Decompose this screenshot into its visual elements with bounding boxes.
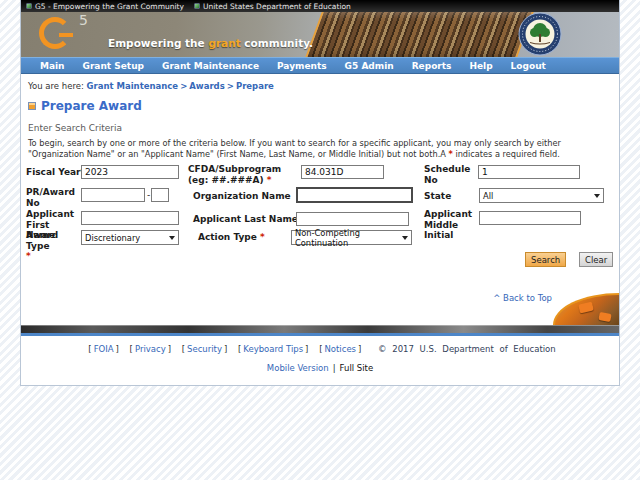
site-tagline: Empowering the grant community. <box>108 37 313 49</box>
nav-item-g5-admin[interactable]: G5 Admin <box>336 61 403 71</box>
chevron-down-icon <box>402 236 408 240</box>
organization-name-input[interactable] <box>296 187 413 203</box>
fiscal-year-input[interactable] <box>81 165 179 179</box>
required-asterisk: * <box>449 149 453 159</box>
schedule-no-label: Schedule No <box>424 164 472 185</box>
page-title: Prepare Award <box>41 99 142 113</box>
action-type-selected-value: Non-Competing Continuation <box>295 228 402 248</box>
state-label: State <box>424 191 472 201</box>
organization-name-label: Organization Name <box>193 191 303 201</box>
nav-item-grant-setup[interactable]: Grant Setup <box>74 61 153 71</box>
search-instructions: To begin, search by one or more of the c… <box>28 138 611 159</box>
chevron-down-icon <box>594 194 600 198</box>
cfda-subprogram-input[interactable] <box>301 165 384 179</box>
fiscal-year-label: Fiscal Year* <box>26 167 88 177</box>
nav-item-logout[interactable]: Logout <box>502 61 555 71</box>
footer-link-notices[interactable]: Notices <box>324 344 356 354</box>
applicant-last-name-label: Applicant Last Name <box>193 214 303 224</box>
footer-link-privacy[interactable]: Privacy <box>135 344 166 354</box>
nav-item-main[interactable]: Main <box>31 61 74 71</box>
tab-title: United States Department of Education <box>203 2 351 11</box>
browser-tab-g5[interactable]: G5 - Empowering the Grant Community <box>26 2 184 11</box>
state-selected-value: All <box>483 191 493 201</box>
prepare-award-icon <box>28 102 36 110</box>
pr-award-no-input[interactable] <box>81 188 145 202</box>
back-to-top-row: ^ Back to Top <box>21 293 619 303</box>
nav-item-reports[interactable]: Reports <box>403 61 461 71</box>
g5-logo-number: 5 <box>79 12 88 28</box>
search-button[interactable]: Search <box>525 252 566 267</box>
action-type-label: Action Type * <box>198 232 270 242</box>
award-type-select[interactable]: Discretionary <box>81 230 179 245</box>
breadcrumb: You are here: Grant Maintenance>Awards>P… <box>28 81 619 91</box>
department-of-education-seal <box>518 12 562 56</box>
copyright-text: © 2017 U.S. Department of Education <box>378 344 556 354</box>
nav-item-grant-maintenance[interactable]: Grant Maintenance <box>153 61 268 71</box>
page-footer: [FOIA] [Privacy] [Security] [Keyboard Ti… <box>21 344 619 373</box>
breadcrumb-awards[interactable]: Awards <box>189 81 225 91</box>
footer-divider-bar <box>21 325 619 333</box>
pr-award-no-label: PR/Award No <box>26 187 78 208</box>
applicant-last-name-input[interactable] <box>296 212 409 226</box>
footer-link-keyboard-tips[interactable]: Keyboard Tips <box>243 344 303 354</box>
search-criteria-form: Fiscal Year* CFDA/Subprogram (eg: ##.###… <box>21 164 619 270</box>
pr-award-dash: - <box>147 190 150 200</box>
footer-blue-line <box>21 333 619 336</box>
section-heading: Enter Search Criteria <box>28 123 619 133</box>
back-to-top-link[interactable]: ^ Back to Top <box>493 293 552 303</box>
tab-title: G5 - Empowering the Grant Community <box>35 2 184 11</box>
main-navigation: Main Grant Setup Grant Maintenance Payme… <box>21 57 619 74</box>
applicant-middle-initial-input[interactable] <box>479 211 581 225</box>
award-type-label: Award Type* <box>26 230 84 261</box>
bookshelf-image <box>303 12 535 57</box>
footer-link-foia[interactable]: FOIA <box>94 344 114 354</box>
breadcrumb-prefix: You are here: <box>28 81 84 91</box>
cfda-subprogram-label: CFDA/Subprogram (eg: ##.###A) * <box>188 164 300 185</box>
applicant-middle-initial-label: Applicant Middle Initial <box>424 209 474 240</box>
applicant-first-name-input[interactable] <box>81 211 179 225</box>
action-type-select[interactable]: Non-Competing Continuation <box>291 230 412 245</box>
footer-version-row: Mobile Version|Full Site <box>21 363 619 373</box>
desktop-background: { "window": { "tabs": [ { "label": "G5 -… <box>0 0 640 480</box>
footer-links-row: [FOIA] [Privacy] [Security] [Keyboard Ti… <box>21 344 619 354</box>
breadcrumb-grant-maintenance[interactable]: Grant Maintenance <box>87 81 179 91</box>
browser-tab-ed[interactable]: United States Department of Education <box>194 2 351 11</box>
schedule-no-input[interactable] <box>478 165 580 179</box>
award-type-selected-value: Discretionary <box>85 233 140 243</box>
g5-logo-bar <box>59 33 73 37</box>
nav-item-payments[interactable]: Payments <box>268 61 336 71</box>
mobile-version-link[interactable]: Mobile Version <box>267 363 329 373</box>
browser-titlebar: G5 - Empowering the Grant Community Unit… <box>21 0 619 12</box>
page-title-row: Prepare Award <box>28 99 619 113</box>
pr-award-no-suffix-input[interactable] <box>151 188 169 202</box>
site-banner: 5 Empowering the grant community. <box>21 12 619 57</box>
breadcrumb-prepare[interactable]: Prepare <box>236 81 274 91</box>
g5-favicon <box>26 3 32 9</box>
browser-window: G5 - Empowering the Grant Community Unit… <box>20 0 620 386</box>
nav-item-help[interactable]: Help <box>460 61 501 71</box>
footer-link-security[interactable]: Security <box>187 344 222 354</box>
state-select[interactable]: All <box>479 188 604 203</box>
chevron-down-icon <box>169 236 175 240</box>
ed-favicon <box>194 3 200 9</box>
clear-button[interactable]: Clear <box>579 252 613 267</box>
full-site-label: Full Site <box>340 363 374 373</box>
